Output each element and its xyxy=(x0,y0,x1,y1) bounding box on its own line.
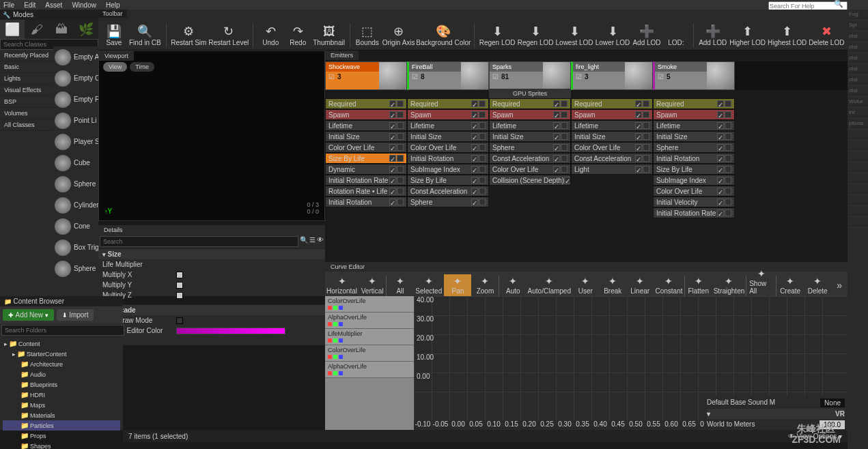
add-new-button[interactable]: ✚ Add New ▾ xyxy=(3,309,54,321)
toolbar-undo[interactable]: ↶Undo xyxy=(257,24,283,48)
docked-item[interactable] xyxy=(848,184,868,195)
docked-item[interactable] xyxy=(848,206,868,217)
docked-item[interactable]: ctor xyxy=(848,42,868,53)
checkbox[interactable]: ✓ xyxy=(176,272,183,278)
curve-delete[interactable]: ✦Delete xyxy=(804,274,831,296)
curve-selected[interactable]: ✦Selected xyxy=(414,274,444,296)
docked-item[interactable]: ctor xyxy=(848,86,868,97)
tree-item[interactable]: 📁 Particles xyxy=(3,420,120,431)
module-size-by-life[interactable]: Size By Life✓ xyxy=(325,153,407,164)
module-initial-size[interactable]: Initial Size✓ xyxy=(407,131,489,142)
curve-show-all[interactable]: ✦Show All xyxy=(746,267,776,296)
placer-item[interactable]: Empty C xyxy=(53,68,98,89)
checkbox[interactable] xyxy=(176,317,183,324)
curve-all[interactable]: ✦All xyxy=(387,274,414,296)
docked-item[interactable]: Fog xyxy=(848,10,868,20)
module-initial-size[interactable]: Initial Size✓ xyxy=(571,131,653,142)
module-initial-size[interactable]: Initial Size✓ xyxy=(653,131,735,142)
tree-item[interactable]: 📁 Materials xyxy=(3,410,120,420)
docked-item[interactable] xyxy=(848,173,868,184)
module-required[interactable]: Required✓ xyxy=(653,98,735,109)
module-color-over-life[interactable]: Color Over Life✓ xyxy=(571,142,653,153)
toolbar-lower-lod[interactable]: ⬇Lower LOD xyxy=(595,24,630,48)
curve-linear[interactable]: ✦Linear xyxy=(626,274,654,296)
emitter-smoke[interactable]: Smoke☑5 xyxy=(653,61,735,90)
module-color-over-life[interactable]: Color Over Life✓ xyxy=(489,164,571,175)
curve-track[interactable]: LifeMultiplier xyxy=(325,329,414,345)
toolbar-higher-lod[interactable]: ⬆Higher LOD xyxy=(729,24,766,48)
curve-break[interactable]: ✦Break xyxy=(599,274,626,296)
size-section[interactable]: ▾ Size xyxy=(98,248,325,259)
filter-icon[interactable]: ☰ xyxy=(309,236,316,247)
tree-item[interactable]: 📁 Maps xyxy=(3,400,120,410)
toolbar-find-in-cb[interactable]: 🔍Find in CB xyxy=(128,24,162,48)
toolbar-save[interactable]: 💾Save xyxy=(101,24,127,48)
docked-item[interactable]: ctor xyxy=(848,31,868,42)
module-initial-rotation[interactable]: Initial Rotation✓ xyxy=(653,153,735,164)
foliage-mode-tab[interactable]: 🌿 xyxy=(74,20,98,39)
docked-item[interactable]: ctor xyxy=(848,53,868,64)
tree-item[interactable]: 📁 Props xyxy=(3,431,120,441)
tree-item[interactable]: 📁 Audio xyxy=(3,369,120,379)
tree-item[interactable]: ▸ 📁 Content xyxy=(3,338,120,349)
curve-user[interactable]: ✦User xyxy=(572,274,599,296)
menu-file[interactable]: File xyxy=(3,1,14,9)
curve-auto[interactable]: ✦Auto xyxy=(499,274,527,296)
curve-track[interactable]: AlphaOverLife xyxy=(325,313,414,329)
toolbar-add-lod[interactable]: ➕Add LOD xyxy=(698,24,728,48)
module-initial-rotation[interactable]: Initial Rotation✓ xyxy=(325,197,407,207)
docked-item[interactable] xyxy=(848,130,868,141)
module-lifetime[interactable]: Lifetime✓ xyxy=(325,120,407,131)
docked-item[interactable]: ctor xyxy=(848,75,868,86)
docked-item[interactable] xyxy=(848,141,868,151)
cascade-section[interactable]: ▾ Cascade xyxy=(98,304,325,315)
module-initial-rotation[interactable]: Initial Rotation✓ xyxy=(407,153,489,164)
module-initial-velocity[interactable]: Initial Velocity✓ xyxy=(653,197,735,207)
placer-item[interactable]: Empty A xyxy=(53,46,98,68)
curve-straighten[interactable]: ✦Straighten xyxy=(712,274,746,296)
module-light[interactable]: Light✓ xyxy=(571,164,653,175)
module-lifetime[interactable]: Lifetime✓ xyxy=(489,120,571,131)
curve-vertical[interactable]: ✦Vertical xyxy=(359,274,386,296)
module-lifetime[interactable]: Lifetime✓ xyxy=(571,120,653,131)
module-const-acceleration[interactable]: Const Acceleration✓ xyxy=(571,153,653,164)
toolbar-regen-lod[interactable]: ⬇Regen LOD xyxy=(517,24,554,48)
toolbar-lod:[interactable]: LOD: xyxy=(663,36,689,48)
module-color-over-life[interactable]: Color Over Life✓ xyxy=(407,142,489,153)
tree-item[interactable]: ▸ 📁 StarterContent xyxy=(3,349,120,359)
module-spawn[interactable]: Spawn✓ xyxy=(489,109,571,120)
emitter-shockwave[interactable]: Shockwave☑3 xyxy=(325,61,407,90)
search-icon[interactable]: 🔍 xyxy=(300,236,308,247)
tree-item[interactable]: 📁 Shapes xyxy=(3,441,120,449)
curve-flatten[interactable]: ✦Flatten xyxy=(685,274,712,296)
module-const-acceleration[interactable]: Const Acceleration✓ xyxy=(489,153,571,164)
module-color-over-life[interactable]: Color Over Life✓ xyxy=(653,186,735,197)
placer-item[interactable]: Cylinder xyxy=(53,194,98,216)
curve-create[interactable]: ✦Create xyxy=(776,274,804,296)
module-spawn[interactable]: Spawn✓ xyxy=(407,109,489,120)
place-mode-tab[interactable]: ⬜ xyxy=(0,20,25,39)
menu-help[interactable]: Help xyxy=(106,1,120,9)
emitter-sparks[interactable]: Sparks☑81 xyxy=(489,61,571,90)
curve-horizontal[interactable]: ✦Horizontal xyxy=(325,274,359,296)
docked-item[interactable] xyxy=(848,151,868,162)
placer-item[interactable]: Point Li xyxy=(53,110,98,131)
module-spawn[interactable]: Spawn✓ xyxy=(325,109,407,120)
view-pill[interactable]: View xyxy=(103,62,127,72)
search-icon[interactable]: 🔍 xyxy=(834,0,843,8)
toolbar-thumbnail[interactable]: 🖼Thumbnail xyxy=(312,24,346,48)
menu-edit[interactable]: Edit xyxy=(24,1,36,9)
details-search-input[interactable] xyxy=(100,236,298,247)
landscape-mode-tab[interactable]: 🏔 xyxy=(49,20,74,39)
toolbar-regen-lod[interactable]: ⬇Regen LOD xyxy=(479,24,516,48)
emitter-fire_light[interactable]: fire_light☑3 xyxy=(571,61,653,90)
docked-item[interactable]: ctor xyxy=(848,64,868,75)
module-spawn[interactable]: Spawn✓ xyxy=(571,109,653,120)
module-size-by-life[interactable]: Size By Life✓ xyxy=(653,164,735,175)
module-sphere[interactable]: Sphere✓ xyxy=(489,142,571,153)
menu-asset[interactable]: Asset xyxy=(45,1,62,9)
placer-item[interactable]: Player S xyxy=(53,131,98,152)
curve-track[interactable]: ColorOverLife xyxy=(325,296,414,313)
docked-item[interactable] xyxy=(848,217,868,228)
module-size-by-life[interactable]: Size By Life✓ xyxy=(407,175,489,186)
